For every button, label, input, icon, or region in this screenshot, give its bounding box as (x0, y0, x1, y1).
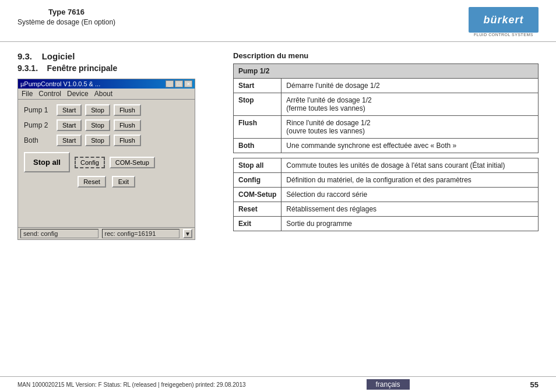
section-title: Logiciel (42, 51, 75, 61)
subsection-num: 9.3.1. (17, 63, 38, 73)
table-header-cell: Pump 1/2 (234, 64, 539, 79)
page-footer: MAN 1000020215 ML Version: F Status: RL … (0, 376, 556, 392)
subsection-title: Fenêtre principale (47, 63, 118, 73)
both-row: Both Start Stop Flush (24, 135, 189, 146)
row-key-start: Start (234, 79, 281, 93)
row-desc-stopall: Commute toutes les unités de dosage à l'… (281, 158, 539, 173)
table-row: Flush Rince l'unité de dosage 1/2(ouvre … (234, 116, 539, 139)
menu-control[interactable]: Control (38, 90, 61, 98)
table-row: COM-Setup Sélection du raccord série (234, 188, 539, 202)
table-spacer (234, 153, 539, 158)
row-desc-exit: Sortie du programme (281, 217, 539, 231)
app-statusbar: send: config rec: config=16191 ▼ (18, 227, 195, 239)
pump1-start-button[interactable]: Start (57, 104, 82, 116)
row-key-stop: Stop (234, 93, 281, 116)
status-arrow[interactable]: ▼ (183, 229, 192, 238)
menu-about[interactable]: About (94, 90, 112, 98)
pump1-stop-button[interactable]: Stop (85, 104, 110, 116)
status-rec: rec: config=16191 (102, 229, 180, 238)
titlebar-controls: _ □ ✕ (166, 80, 192, 87)
table-row: Both Une commande synchrone est effectué… (234, 139, 539, 153)
row-key-stopall: Stop all (234, 158, 281, 173)
row-key-config: Config (234, 173, 281, 188)
pump1-flush-button[interactable]: Flush (114, 104, 141, 116)
menu-file[interactable]: File (22, 90, 33, 98)
row-key-comsetup: COM-Setup (234, 188, 281, 202)
type-label: Type 7616 (17, 7, 115, 17)
row-key-exit: Exit (234, 217, 281, 231)
table-row: Start Démarre l'unité de dosage 1/2 (234, 79, 539, 93)
status-send: send: config (20, 229, 98, 238)
menu-device[interactable]: Device (67, 90, 89, 98)
row-desc-config: Définition du matériel, de la configurat… (281, 173, 539, 188)
row-key-reset: Reset (234, 202, 281, 217)
both-flush-button[interactable]: Flush (114, 135, 141, 146)
right-section: Description du menu Pump 1/2 Start Démar… (233, 51, 539, 240)
logo-tagline: FLUID CONTROL SYSTEMS (474, 33, 533, 37)
pump2-start-button[interactable]: Start (57, 119, 82, 131)
menu-table: Pump 1/2 Start Démarre l'unité de dosage… (233, 63, 539, 231)
table-row: Stop Arrête l'unité de dosage 1/2(ferme … (234, 93, 539, 116)
both-stop-button[interactable]: Stop (85, 135, 110, 146)
reset-button[interactable]: Reset (78, 176, 106, 188)
pump1-row: Pump 1 Start Stop Flush (24, 104, 189, 116)
app-body: Pump 1 Start Stop Flush Pump 2 Start Sto… (18, 100, 195, 192)
app-title: µPumpControl V1.0.0.5 & ... (20, 80, 100, 87)
desc-title: Description du menu (233, 51, 539, 60)
app-titlebar: µPumpControl V1.0.0.5 & ... _ □ ✕ (18, 79, 195, 89)
stop-all-button[interactable]: Stop all (24, 152, 70, 172)
table-header-row: Pump 1/2 (234, 64, 539, 79)
pump1-label: Pump 1 (24, 106, 53, 114)
row-desc-both: Une commande synchrone est effectuée ave… (281, 139, 539, 153)
section-num: 9.3. (17, 51, 32, 61)
row-desc-comsetup: Sélection du raccord série (281, 188, 539, 202)
minimize-button[interactable]: _ (166, 80, 174, 87)
language-label[interactable]: français (367, 379, 410, 390)
brand-name: bürkert (483, 14, 523, 26)
footer-text: MAN 1000020215 ML Version: F Status: RL … (17, 382, 246, 388)
subsection-heading: 9.3.1. Fenêtre principale (17, 63, 216, 73)
row-desc-stop: Arrête l'unité de dosage 1/2(ferme toute… (281, 93, 539, 116)
stop-all-row: Stop all Config COM-Setup (24, 152, 189, 172)
reset-exit-row: Reset Exit (24, 176, 189, 188)
pump2-label: Pump 2 (24, 121, 53, 129)
table-row: Stop all Commute toutes les unités de do… (234, 158, 539, 173)
pump2-row: Pump 2 Start Stop Flush (24, 119, 189, 131)
row-key-both: Both (234, 139, 281, 153)
subtitle-label: Système de dosage (En option) (17, 17, 115, 27)
section-heading: 9.3. Logiciel (17, 51, 216, 61)
close-button[interactable]: ✕ (184, 80, 192, 87)
com-setup-button[interactable]: COM-Setup (110, 157, 155, 168)
logo-box: bürkert (469, 7, 539, 33)
table-row: Exit Sortie du programme (234, 217, 539, 231)
table-row: Reset Rétablissement des réglages (234, 202, 539, 217)
maximize-button[interactable]: □ (175, 80, 183, 87)
left-section: 9.3. Logiciel 9.3.1. Fenêtre principale … (17, 51, 216, 240)
both-label: Both (24, 136, 53, 144)
main-content: 9.3. Logiciel 9.3.1. Fenêtre principale … (0, 42, 556, 240)
page-number: 55 (530, 380, 539, 389)
table-row: Config Définition du matériel, de la con… (234, 173, 539, 188)
page-header: Type 7616 Système de dosage (En option) … (0, 0, 556, 42)
config-button[interactable]: Config (75, 157, 105, 168)
app-menubar: File Control Device About (18, 89, 195, 100)
exit-button[interactable]: Exit (112, 176, 135, 188)
row-desc-flush: Rince l'unité de dosage 1/2(ouvre toutes… (281, 116, 539, 139)
row-desc-start: Démarre l'unité de dosage 1/2 (281, 79, 539, 93)
pump2-flush-button[interactable]: Flush (114, 119, 141, 131)
app-window: µPumpControl V1.0.0.5 & ... _ □ ✕ File C… (17, 79, 195, 240)
pump2-stop-button[interactable]: Stop (85, 119, 110, 131)
burkert-logo: bürkert FLUID CONTROL SYSTEMS (469, 7, 539, 37)
row-desc-reset: Rétablissement des réglages (281, 202, 539, 217)
row-key-flush: Flush (234, 116, 281, 139)
document-title: Type 7616 Système de dosage (En option) (17, 7, 115, 27)
both-start-button[interactable]: Start (57, 135, 82, 146)
